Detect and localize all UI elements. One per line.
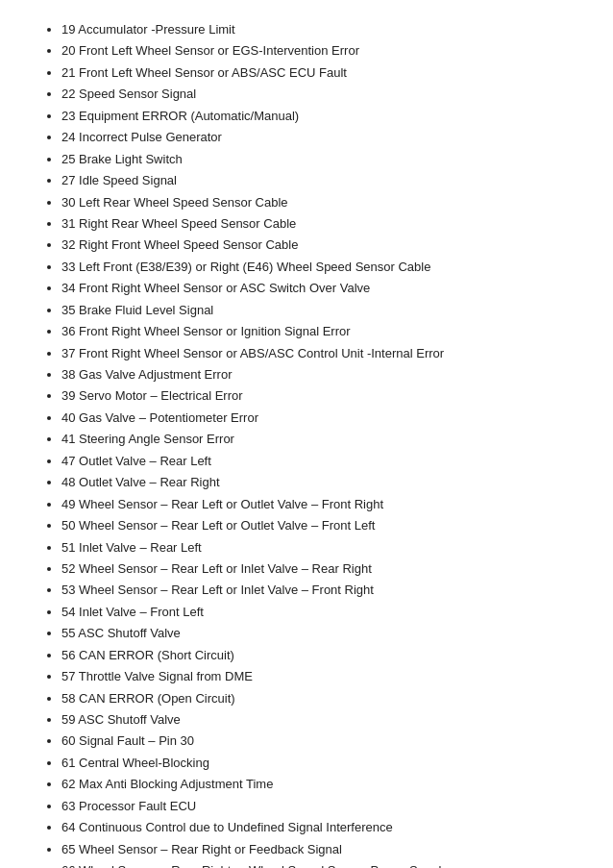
list-item: 61 Central Wheel-Blocking bbox=[61, 753, 575, 773]
list-item: 59 ASC Shutoff Valve bbox=[61, 709, 575, 730]
list-item: 51 Inlet Valve – Rear Left bbox=[61, 537, 575, 558]
list-item: 30 Left Rear Wheel Speed Sensor Cable bbox=[61, 192, 575, 212]
list-item: 54 Inlet Valve – Front Left bbox=[61, 602, 575, 622]
list-item: 56 CAN ERROR (Short Circuit) bbox=[61, 645, 575, 665]
list-item: 31 Right Rear Wheel Speed Sensor Cable bbox=[61, 213, 575, 234]
list-item: 35 Brake Fluid Level Signal bbox=[61, 300, 575, 320]
list-item: 38 Gas Valve Adjustment Error bbox=[61, 364, 575, 384]
list-item: 62 Max Anti Blocking Adjustment Time bbox=[61, 774, 575, 794]
list-item: 39 Servo Motor – Electrical Error bbox=[61, 385, 575, 406]
list-item: 19 Accumulator -Pressure Limit bbox=[61, 19, 575, 39]
list-item: 23 Equipment ERROR (Automatic/Manual) bbox=[61, 106, 575, 126]
list-item: 66 Wheel Sensor – Rear Right or Wheel Sp… bbox=[61, 860, 575, 868]
list-item: 21 Front Left Wheel Sensor or ABS/ASC EC… bbox=[61, 62, 575, 83]
list-item: 34 Front Right Wheel Sensor or ASC Switc… bbox=[61, 278, 575, 298]
list-item: 47 Outlet Valve – Rear Left bbox=[61, 451, 575, 471]
list-item: 22 Speed Sensor Signal bbox=[61, 84, 575, 104]
list-item: 58 CAN ERROR (Open Circuit) bbox=[61, 688, 575, 708]
list-item: 55 ASC Shutoff Valve bbox=[61, 623, 575, 643]
list-item: 25 Brake Light Switch bbox=[61, 149, 575, 169]
list-item: 24 Incorrect Pulse Generator bbox=[61, 127, 575, 147]
list-item: 32 Right Front Wheel Speed Sensor Cable bbox=[61, 235, 575, 255]
list-item: 33 Left Front (E38/E39) or Right (E46) W… bbox=[61, 257, 575, 277]
list-item: 57 Throttle Valve Signal from DME bbox=[61, 666, 575, 686]
list-item: 20 Front Left Wheel Sensor or EGS-Interv… bbox=[61, 40, 575, 61]
list-item: 63 Processor Fault ECU bbox=[61, 796, 575, 816]
list-item: 50 Wheel Sensor – Rear Left or Outlet Va… bbox=[61, 515, 575, 535]
list-item: 36 Front Right Wheel Sensor or Ignition … bbox=[61, 321, 575, 341]
list-item: 60 Signal Fault – Pin 30 bbox=[61, 731, 575, 751]
list-item: 27 Idle Speed Signal bbox=[61, 170, 575, 190]
list-item: 40 Gas Valve – Potentiometer Error bbox=[61, 408, 575, 428]
list-item: 52 Wheel Sensor – Rear Left or Inlet Val… bbox=[61, 558, 575, 579]
list-item: 41 Steering Angle Sensor Error bbox=[61, 429, 575, 449]
list-item: 49 Wheel Sensor – Rear Left or Outlet Va… bbox=[61, 494, 575, 514]
list-item: 53 Wheel Sensor – Rear Left or Inlet Val… bbox=[61, 580, 575, 600]
list-item: 48 Outlet Valve – Rear Right bbox=[61, 472, 575, 492]
error-code-list: 19 Accumulator -Pressure Limit20 Front L… bbox=[38, 19, 575, 868]
list-item: 64 Continuous Control due to Undefined S… bbox=[61, 817, 575, 837]
list-item: 65 Wheel Sensor – Rear Right or Feedback… bbox=[61, 839, 575, 859]
list-item: 37 Front Right Wheel Sensor or ABS/ASC C… bbox=[61, 343, 575, 363]
